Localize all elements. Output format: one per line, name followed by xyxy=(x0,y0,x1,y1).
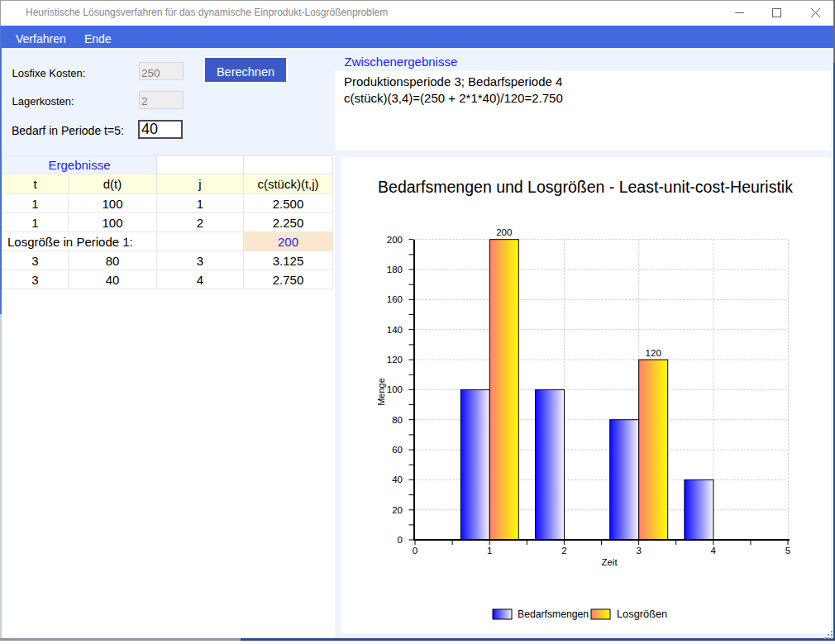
svg-text:5: 5 xyxy=(785,546,790,556)
svg-text:3: 3 xyxy=(636,546,641,556)
svg-text:Zeit: Zeit xyxy=(601,557,618,567)
svg-text:Menge: Menge xyxy=(376,378,386,406)
svg-text:0: 0 xyxy=(413,546,418,556)
svg-text:4: 4 xyxy=(711,546,717,556)
svg-text:0: 0 xyxy=(398,535,403,545)
svg-text:Bedarfsmengen: Bedarfsmengen xyxy=(518,608,589,620)
svg-text:120: 120 xyxy=(387,355,403,365)
svg-text:120: 120 xyxy=(646,348,661,358)
svg-text:200: 200 xyxy=(496,227,512,237)
svg-text:40: 40 xyxy=(392,475,403,484)
svg-text:1: 1 xyxy=(487,546,492,556)
svg-text:60: 60 xyxy=(392,445,403,455)
svg-text:20: 20 xyxy=(392,505,403,515)
svg-text:80: 80 xyxy=(392,415,403,425)
svg-text:140: 140 xyxy=(387,325,403,335)
svg-text:180: 180 xyxy=(387,265,403,274)
svg-text:Losgrößen: Losgrößen xyxy=(617,608,667,620)
svg-text:100: 100 xyxy=(387,384,403,394)
svg-text:Bedarfsmengen und Losgrößen -: Bedarfsmengen und Losgrößen - Least-unit… xyxy=(378,178,793,196)
svg-text:160: 160 xyxy=(387,294,403,304)
svg-text:200: 200 xyxy=(387,235,403,245)
svg-text:2: 2 xyxy=(561,546,566,556)
